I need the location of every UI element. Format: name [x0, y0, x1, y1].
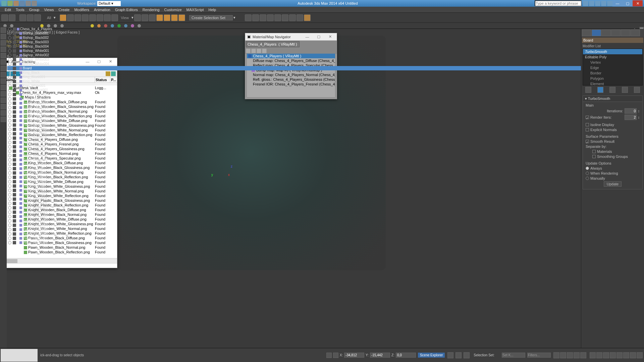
pin-stack-btn[interactable]	[585, 87, 591, 93]
scene-node[interactable]: King_White001	[7, 83, 639, 88]
scene-node[interactable]: Board	[7, 66, 639, 70]
infocenter-icon[interactable]	[583, 1, 588, 6]
snap-spinner-btn[interactable]	[178, 14, 185, 21]
scene-node[interactable]: Knight_Black001	[7, 88, 639, 92]
modifier-list-label[interactable]: Modifier List	[581, 44, 644, 49]
scene-node[interactable]: Bishop_White003	[7, 57, 639, 62]
scene-node[interactable]: Pawn_White016	[7, 232, 639, 236]
search-icon[interactable]	[589, 1, 594, 6]
link-btn[interactable]	[19, 14, 26, 21]
scene-node[interactable]: Knight_White003	[7, 114, 639, 118]
scene-node[interactable]: Pawn_Black007	[7, 123, 639, 127]
menu-edit[interactable]: Edit	[5, 7, 11, 12]
motion-tab[interactable]	[611, 29, 621, 36]
menu-tools[interactable]: Tools	[16, 7, 24, 12]
stack-turbosmooth[interactable]: TurboSmooth	[583, 49, 642, 54]
isoline-check[interactable]	[586, 123, 589, 126]
scene-node[interactable]: Pawn_White010	[7, 205, 639, 210]
iterations-spinner[interactable]: 0	[625, 108, 637, 114]
communication-icon[interactable]	[595, 1, 600, 6]
scale-btn[interactable]	[104, 14, 111, 21]
render-iters-spinner[interactable]: 2	[625, 115, 637, 120]
scene-node[interactable]: Pawn_Black009	[7, 131, 639, 136]
prev-frame-btn[interactable]	[560, 352, 566, 358]
menu-graph-editors[interactable]: Graph Editors	[115, 7, 138, 12]
y-input[interactable]: -15,442	[370, 353, 390, 358]
max-viewport-btn[interactable]	[630, 352, 636, 358]
object-name-field[interactable]: Board	[582, 38, 643, 43]
menu-rendering[interactable]: Rendering	[143, 7, 160, 12]
redo-icon[interactable]	[32, 1, 37, 6]
zoom-btn[interactable]	[596, 352, 602, 358]
scene-node[interactable]: Pawn_White017	[7, 236, 639, 240]
scene-node[interactable]: King_White	[7, 79, 639, 83]
layer-btn[interactable]	[260, 14, 266, 21]
sceneexp-tool[interactable]	[1, 110, 6, 116]
help-search[interactable]	[535, 0, 582, 6]
menu-create[interactable]: Create	[58, 7, 69, 12]
create-tab[interactable]	[582, 29, 591, 36]
favorites-icon[interactable]	[601, 1, 606, 6]
key-icon[interactable]	[333, 353, 338, 358]
scene-node[interactable]: Pawn_Black013	[7, 149, 639, 153]
workspace-dropdown[interactable]: Default ▾	[97, 1, 121, 6]
open-icon[interactable]	[13, 1, 19, 6]
filter-all-label[interactable]: All	[45, 16, 53, 20]
app-icon[interactable]	[1, 1, 7, 6]
scene-node[interactable]: Bishop_Black002	[7, 36, 639, 40]
sceneexp-tool[interactable]	[1, 53, 6, 58]
stack-sub[interactable]: Vertex	[583, 60, 642, 65]
new-icon[interactable]	[7, 1, 13, 6]
scene-node[interactable]: Pawn_White007	[7, 192, 639, 197]
scene-node[interactable]: Bishop_Black004	[7, 44, 639, 49]
menu-modifiers[interactable]: Modifiers	[74, 7, 89, 12]
update-button[interactable]: Update	[604, 181, 622, 187]
scene-node[interactable]: Pawn_Black015	[7, 158, 639, 162]
scene-node[interactable]: Pawn_White011	[7, 210, 639, 214]
next-frame-btn[interactable]	[574, 352, 580, 358]
scene-node[interactable]: Pawn_White012	[7, 214, 639, 219]
scene-node[interactable]: Bishop_Black001	[7, 31, 639, 36]
key-mode-btn[interactable]	[455, 352, 462, 358]
make-unique-btn[interactable]	[609, 87, 615, 93]
help-icon[interactable]	[607, 1, 612, 6]
pivot-btn[interactable]	[134, 14, 141, 21]
modifier-stack[interactable]: TurboSmooth Editable Poly Vertex Edge Bo…	[583, 49, 643, 85]
scene-node[interactable]: Bishop_White001	[7, 49, 639, 53]
scene-node[interactable]: Pawn_Black008	[7, 127, 639, 131]
snap-pct-btn[interactable]	[171, 14, 178, 21]
vpconfig-btn[interactable]	[637, 352, 643, 358]
select-btn[interactable]	[74, 14, 81, 21]
scene-node[interactable]: Pawn_Black016	[7, 162, 639, 166]
scene-node[interactable]: Pawn_White008	[7, 197, 639, 201]
sceneexp-tool[interactable]	[1, 27, 6, 33]
scene-node[interactable]: Pawn_White009	[7, 201, 639, 205]
scene-node[interactable]: Pawn_Black021	[7, 184, 639, 188]
selection-set-dropdown[interactable]: Create Selection Set	[189, 15, 233, 20]
zoom-extents-btn[interactable]	[603, 352, 609, 358]
scene-node[interactable]: Pawn_Black018	[7, 171, 639, 175]
scene-node[interactable]: Knight_White002	[7, 110, 639, 114]
sceneexp-tool[interactable]	[1, 40, 6, 46]
scene-node[interactable]: King_Black001	[7, 75, 639, 79]
scene-explorer-button[interactable]: Scene Explorer	[418, 353, 445, 358]
stack-sub[interactable]: Border	[583, 70, 642, 76]
display-tab[interactable]	[621, 29, 630, 36]
scene-node[interactable]: Knight_White004	[7, 118, 639, 123]
sceneexp-tool[interactable]	[1, 47, 6, 52]
select-name-btn[interactable]	[82, 14, 89, 21]
show-end-btn[interactable]	[597, 87, 603, 93]
when-rendering-radio[interactable]	[586, 172, 589, 175]
mirror-btn[interactable]	[245, 14, 252, 21]
sceneexp-tool[interactable]	[1, 117, 6, 122]
select-region-btn[interactable]	[60, 14, 66, 21]
scene-node[interactable]: Pawn_Black019	[7, 175, 639, 179]
move-btn[interactable]	[89, 14, 96, 21]
scene-node[interactable]: Knight_Black004	[7, 101, 639, 105]
menu-customize[interactable]: Customize	[164, 7, 182, 12]
smooth-result-check[interactable]	[586, 140, 589, 143]
render-setup-btn[interactable]	[289, 14, 296, 21]
materials-check[interactable]	[592, 150, 596, 153]
scene-node[interactable]: Bishop_White004	[7, 62, 639, 66]
menu-animation[interactable]: Animation	[94, 7, 110, 12]
